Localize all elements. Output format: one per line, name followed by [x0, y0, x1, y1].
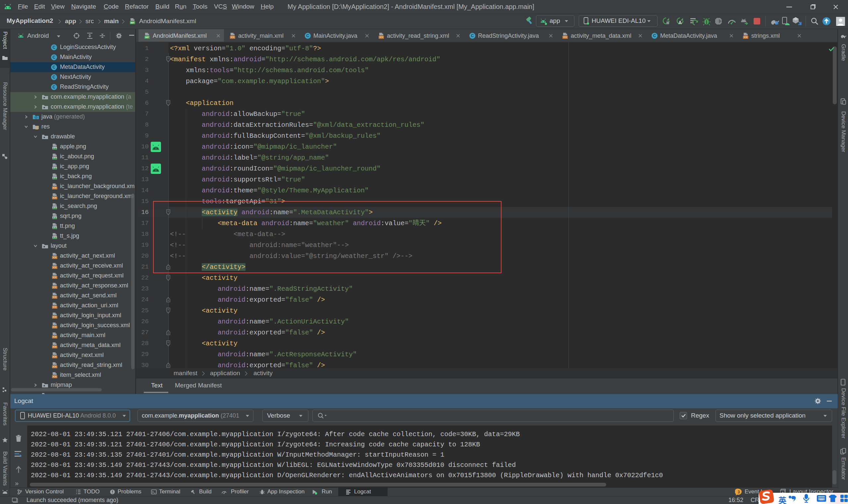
- svg-text:<>: <>: [53, 256, 57, 259]
- svg-text:C: C: [653, 33, 656, 38]
- svg-text:A: A: [678, 20, 682, 25]
- svg-text:<>: <>: [53, 375, 57, 378]
- svg-text:<>: <>: [53, 325, 57, 329]
- svg-text:<>: <>: [53, 276, 57, 279]
- svg-text:MF: MF: [145, 36, 149, 39]
- svg-text:3: 3: [738, 490, 740, 494]
- svg-text:C: C: [306, 33, 310, 38]
- svg-text:<>: <>: [744, 36, 748, 39]
- svg-text:<>: <>: [53, 266, 57, 269]
- svg-text:C: C: [53, 55, 56, 60]
- svg-text:<>: <>: [53, 365, 57, 368]
- svg-text:<>: <>: [231, 36, 234, 39]
- svg-text:<>: <>: [563, 36, 567, 39]
- svg-text:C: C: [53, 65, 56, 70]
- svg-text:<>: <>: [53, 316, 57, 319]
- svg-text:C: C: [471, 33, 474, 38]
- svg-text:MF: MF: [130, 21, 135, 24]
- svg-text:<>: <>: [53, 355, 57, 359]
- svg-text:C: C: [53, 85, 56, 89]
- svg-text:<>: <>: [379, 36, 383, 39]
- svg-text:C: C: [53, 45, 56, 50]
- svg-text:<>: <>: [53, 286, 57, 289]
- svg-text:C: C: [53, 75, 56, 79]
- svg-text:<>: <>: [53, 336, 57, 339]
- svg-text:<>: <>: [53, 306, 57, 309]
- svg-text:<>: <>: [53, 296, 57, 299]
- svg-text:<>: <>: [53, 196, 57, 200]
- svg-text:<>: <>: [53, 345, 57, 349]
- svg-text:<>: <>: [53, 186, 57, 190]
